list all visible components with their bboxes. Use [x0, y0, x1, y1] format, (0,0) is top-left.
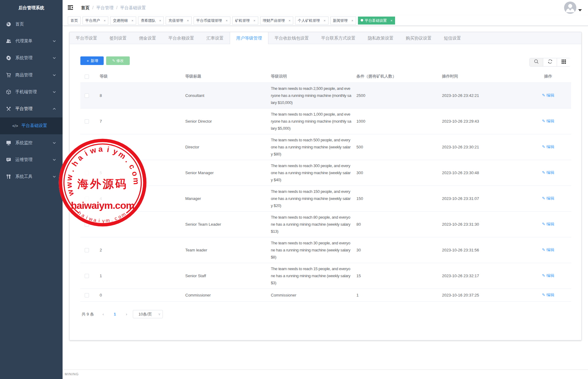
- svg-text:m: m: [105, 218, 110, 224]
- svg-text:haiwaiym.com: haiwaiym.com: [71, 200, 134, 211]
- svg-text:w: w: [64, 182, 74, 189]
- svg-text:m: m: [132, 178, 141, 185]
- svg-text:海外源码: 海外源码: [77, 178, 128, 190]
- svg-text:y: y: [102, 218, 105, 223]
